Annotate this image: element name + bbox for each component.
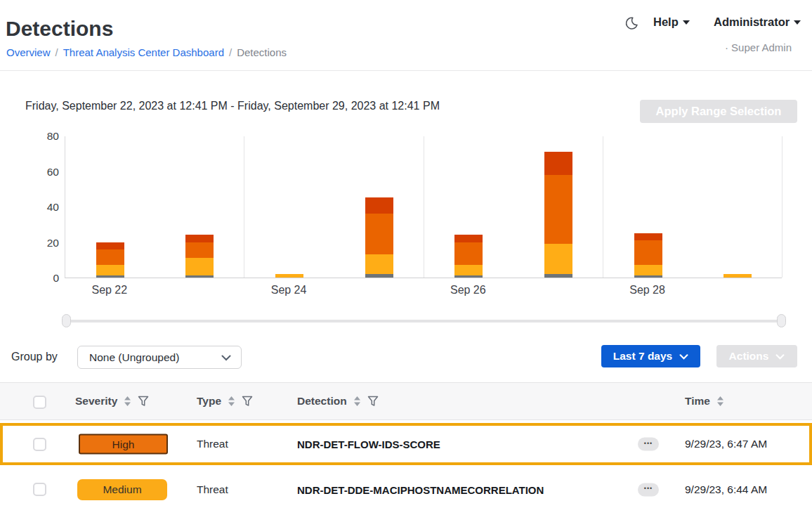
detection-cell: NDR-DET-DDE-MACIPHOSTNAMECORRELATION xyxy=(297,483,544,495)
chart-bar-segment-high xyxy=(365,214,393,254)
chart-bar-segment-high xyxy=(634,240,662,265)
detections-chart: 020406080 Sep 22Sep 24Sep 26Sep 28 xyxy=(0,131,812,306)
chart-bar-segment-low xyxy=(96,275,124,278)
breadcrumb-separator: / xyxy=(229,46,232,58)
detection-cell: NDR-DET-FLOW-IDS-SCORE xyxy=(297,438,440,450)
account-menu-label: Administrator xyxy=(714,15,790,28)
chart-bar-segment-critical xyxy=(544,152,572,175)
chart-bar-segment-medium xyxy=(365,254,393,274)
table-row[interactable]: Medium Threat NDR-DET-DDE-MACIPHOSTNAMEC… xyxy=(0,468,812,508)
table-header-row: Severity Type Detection xyxy=(0,382,812,420)
row-checkbox[interactable] xyxy=(33,438,46,451)
chart-gridline xyxy=(424,136,424,278)
range-slider-handle-right[interactable] xyxy=(777,314,786,327)
sort-icon[interactable] xyxy=(228,396,235,407)
chart-bar-segment-low xyxy=(454,275,483,278)
chart-bar-segment-low xyxy=(544,274,572,278)
x-axis-tick-label: Sep 26 xyxy=(426,284,510,297)
chart-gridline xyxy=(603,136,603,278)
chevron-down-icon xyxy=(775,350,785,363)
chart-bar-segment-high xyxy=(185,242,214,259)
column-label: Severity xyxy=(75,395,117,408)
type-cell: Threat xyxy=(197,438,228,450)
chevron-down-icon xyxy=(679,350,688,363)
x-axis-tick-label: Sep 22 xyxy=(67,284,152,297)
time-range-slider xyxy=(0,312,812,332)
type-cell: Threat xyxy=(197,483,228,496)
column-header-detection[interactable]: Detection xyxy=(297,383,379,419)
chart-bar-segment-low xyxy=(365,274,393,278)
filter-funnel-icon[interactable] xyxy=(367,396,379,407)
account-menu[interactable]: Administrator xyxy=(714,15,801,29)
actions-button[interactable]: Actions xyxy=(716,345,797,367)
sort-icon[interactable] xyxy=(124,396,131,407)
x-axis-tick-label: Sep 28 xyxy=(605,284,690,297)
range-slider-handle-left[interactable] xyxy=(62,314,71,327)
chart-bar-segment-medium xyxy=(544,244,572,274)
chart-bar-segment-critical xyxy=(185,235,214,242)
breadcrumb-current: Detections xyxy=(237,46,287,58)
group-by-value: None (Ungrouped) xyxy=(89,351,179,364)
help-menu[interactable]: Help xyxy=(653,15,690,29)
row-more-actions-button[interactable]: ••• xyxy=(638,438,659,451)
chart-bar-segment-high xyxy=(454,242,483,266)
account-role-label: · Super Admin xyxy=(725,41,792,53)
sort-icon[interactable] xyxy=(353,396,361,407)
y-axis-tick-label: 20 xyxy=(24,237,59,249)
severity-badge-high: High xyxy=(79,434,168,455)
column-label: Detection xyxy=(297,395,347,408)
column-header-time[interactable]: Time xyxy=(685,383,724,419)
chart-gridline xyxy=(782,136,782,278)
apply-range-selection-button[interactable]: Apply Range Selection xyxy=(640,100,797,123)
time-range-button-label: Last 7 days xyxy=(613,350,672,363)
column-header-type[interactable]: Type xyxy=(197,383,253,419)
chart-bar-segment-medium xyxy=(723,274,752,278)
x-axis-tick-label: Sep 24 xyxy=(247,284,331,297)
chart-plot[interactable] xyxy=(65,136,782,278)
severity-badge-medium: Medium xyxy=(77,479,167,500)
filter-funnel-icon[interactable] xyxy=(242,396,253,407)
chart-gridline xyxy=(244,136,244,278)
group-by-label: Group by xyxy=(11,351,58,363)
breadcrumb: Overview/Threat Analysis Center Dashboar… xyxy=(6,46,287,58)
column-header-severity[interactable]: Severity xyxy=(75,383,149,419)
page-header: Detections Overview/Threat Analysis Cent… xyxy=(0,0,812,71)
breadcrumb-dashboard-link[interactable]: Threat Analysis Center Dashboard xyxy=(63,46,224,58)
chart-bar-segment-medium xyxy=(275,274,303,278)
time-cell: 9/29/23, 6:47 AM xyxy=(685,438,767,450)
sort-icon[interactable] xyxy=(716,396,724,407)
row-checkbox[interactable] xyxy=(33,483,46,496)
select-all-checkbox[interactable] xyxy=(33,396,46,409)
column-label: Type xyxy=(197,395,221,408)
chevron-down-icon xyxy=(794,20,801,25)
chart-bar-segment-medium xyxy=(454,265,483,275)
filter-funnel-icon[interactable] xyxy=(138,396,149,407)
dark-mode-toggle[interactable] xyxy=(621,14,642,35)
chart-bar-segment-critical xyxy=(454,235,483,242)
chart-bar-segment-critical xyxy=(365,197,393,214)
group-by-select[interactable]: None (Ungrouped) xyxy=(77,346,242,369)
slider-track[interactable] xyxy=(67,320,782,323)
chart-bar-segment-high xyxy=(544,175,572,244)
y-axis-tick-label: 0 xyxy=(24,272,59,285)
row-more-actions-button[interactable]: ••• xyxy=(638,483,659,496)
chart-bar-segment-critical xyxy=(634,233,662,240)
date-range-label: Friday, September 22, 2023 at 12:41 PM -… xyxy=(25,100,440,112)
chart-bar-segment-high xyxy=(96,249,124,266)
chart-bar-segment-medium xyxy=(185,258,214,275)
chart-bar-segment-critical xyxy=(96,242,124,249)
detections-page: Detections Overview/Threat Analysis Cent… xyxy=(0,0,812,508)
time-range-button[interactable]: Last 7 days xyxy=(601,345,700,367)
breadcrumb-overview-link[interactable]: Overview xyxy=(6,46,51,58)
y-axis-tick-label: 60 xyxy=(24,166,59,178)
table-row-highlighted[interactable]: High Threat NDR-DET-FLOW-IDS-SCORE ••• 9… xyxy=(0,423,812,465)
y-axis-tick-label: 80 xyxy=(24,130,59,143)
chart-bar-segment-low xyxy=(634,275,662,278)
chart-bar-segment-low xyxy=(185,275,214,278)
chevron-down-icon xyxy=(221,351,231,364)
chart-bar-segment-medium xyxy=(634,265,662,275)
page-title: Detections xyxy=(6,17,113,41)
actions-button-label: Actions xyxy=(729,350,769,363)
column-label: Time xyxy=(685,395,710,408)
time-cell: 9/29/23, 6:44 AM xyxy=(685,483,767,496)
